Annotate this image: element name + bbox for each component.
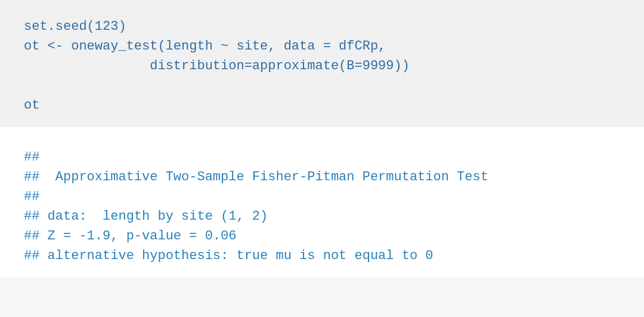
code-line-4: ot [24, 96, 620, 115]
output-line-hash4: ## data: length by site (1, 2) [24, 207, 620, 226]
code-line-3: distribution=approximate(B=9999)) [24, 56, 620, 76]
code-line-blank [24, 76, 620, 96]
output-line-hash1: ## [24, 147, 620, 167]
output-line-hash5: ## Z = -1.9, p-value = 0.06 [24, 226, 620, 246]
output-line-hash2: ## Approximative Two-Sample Fisher-Pitma… [24, 167, 620, 187]
output-line-hash6: ## alternative hypothesis: true mu is no… [24, 246, 620, 266]
output-line-hash3: ## [24, 187, 620, 207]
code-line-1: set.seed(123) [24, 17, 620, 36]
output-blank [24, 139, 620, 147]
output-block: ## ## Approximative Two-Sample Fisher-Pi… [0, 127, 644, 278]
code-line-2: ot <- oneway_test(length ~ site, data = … [24, 36, 620, 56]
code-block: set.seed(123) ot <- oneway_test(length ~… [0, 0, 644, 127]
